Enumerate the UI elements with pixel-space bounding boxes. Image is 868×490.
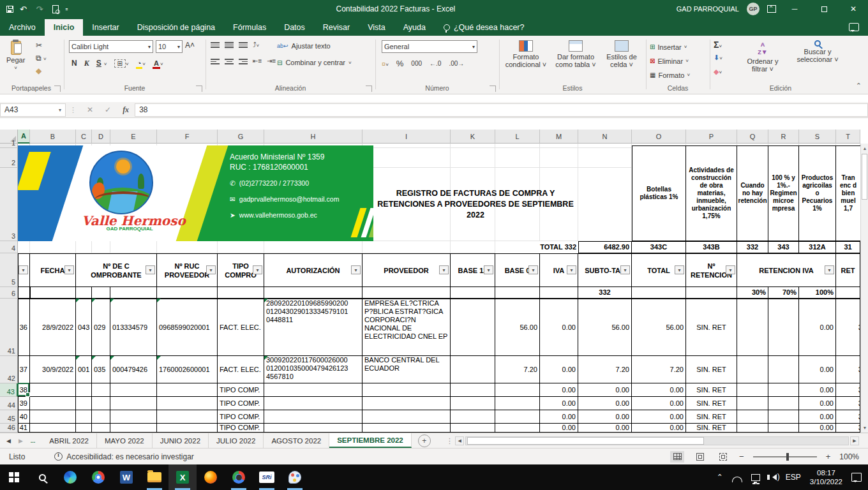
align-left-icon[interactable] (211, 57, 220, 66)
zoom-knob[interactable] (786, 453, 789, 461)
cell-K41[interactable] (451, 299, 495, 356)
sheet-tab-mayo-2022[interactable]: MAYO 2022 (97, 433, 153, 448)
cell-O45[interactable]: 0.00 (632, 410, 686, 424)
cell-F46[interactable] (157, 424, 218, 433)
cell-K42[interactable] (451, 356, 495, 383)
cell-D42[interactable]: 035 (92, 356, 110, 383)
cell-I44[interactable] (363, 397, 451, 410)
subheader-K[interactable] (451, 287, 495, 299)
cell-R46[interactable] (768, 424, 799, 433)
cut-icon[interactable]: ✂ (36, 41, 42, 50)
cell-N44[interactable]: 0.00 (578, 397, 632, 410)
cell-A44[interactable]: 39 (18, 397, 30, 410)
align-top-icon[interactable] (211, 41, 220, 49)
clock[interactable]: 08:173/10/2022 (810, 468, 842, 486)
column-header-D[interactable]: D (92, 130, 110, 144)
cell-R45[interactable] (768, 410, 799, 424)
taskbar-sri[interactable]: SRi (253, 464, 281, 490)
accessibility-status[interactable]: Accesibilidad: es necesario investigar (54, 452, 193, 461)
taskbar-paint[interactable] (281, 464, 309, 490)
code-cell-S[interactable]: 312A (799, 241, 836, 253)
taskbar-firefox[interactable] (197, 464, 225, 490)
cell-L43[interactable] (495, 383, 540, 397)
save-icon[interactable] (6, 6, 13, 13)
cell-E43[interactable] (110, 383, 157, 397)
taskbar-edge[interactable] (56, 464, 84, 490)
borders-icon[interactable]: ⊞ (114, 59, 126, 68)
sheet-tab-abril-2022[interactable]: ABRIL 2022 (41, 433, 97, 448)
filter-dropdown-icon-Q[interactable]: ▾ (825, 265, 834, 274)
cell-Q45[interactable] (737, 410, 768, 424)
column-header-P[interactable]: P (686, 130, 737, 144)
cell-D45[interactable] (92, 410, 110, 424)
menu-tab-inicio[interactable]: Inicio (45, 19, 84, 36)
column-header-L[interactable]: L (495, 130, 540, 144)
cell-A45[interactable]: 40 (18, 410, 30, 424)
row-header-43[interactable]: 43 (0, 383, 18, 397)
avatar[interactable]: GP (747, 3, 760, 15)
row-header-45[interactable]: 45 (0, 410, 18, 424)
filter-header-H[interactable]: AUTORIZACIÓN (264, 253, 363, 287)
subheader-H[interactable] (264, 287, 363, 299)
page-layout-view-icon[interactable] (693, 451, 707, 463)
column-header-F[interactable]: F (157, 130, 218, 144)
subheader-B[interactable] (30, 287, 76, 299)
taskbar-chrome-2[interactable] (225, 464, 253, 490)
decrease-decimal-icon[interactable]: .00→ (449, 60, 464, 67)
filter-header-T[interactable]: RET (836, 253, 860, 287)
cell-R44[interactable] (768, 397, 799, 410)
insert-function-icon[interactable]: fx (117, 105, 135, 115)
sheet-tab-julio-2022[interactable]: JULIO 2022 (209, 433, 264, 448)
font-name-combo[interactable]: Calibri Light▾ (69, 40, 153, 53)
cell-K45[interactable] (451, 410, 495, 424)
subheader-I[interactable] (363, 287, 451, 299)
name-box[interactable]: A43▾ (0, 103, 66, 117)
cell-N42[interactable]: 7.20 (578, 356, 632, 383)
row-header-1[interactable]: 1 (0, 144, 18, 148)
taskbar-chrome[interactable] (84, 464, 112, 490)
taskbar-search[interactable] (28, 464, 56, 490)
column-header-E[interactable]: E (110, 130, 157, 144)
row-header-44[interactable]: 44 (0, 397, 18, 410)
format-cells-button[interactable]: ▦Formato˅ (650, 69, 690, 81)
onedrive-icon[interactable] (732, 477, 742, 482)
filter-header-Q[interactable]: RETENCION IVA (737, 253, 836, 287)
clear-button[interactable]: ◆˅ (714, 68, 722, 76)
normal-view-icon[interactable] (670, 451, 684, 463)
row-header-3[interactable]: 3 (0, 168, 18, 241)
cell-O42[interactable]: 7.20 (632, 356, 686, 383)
wrap-text-button[interactable]: ab↩ Ajustar texto (277, 42, 331, 50)
filter-dropdown-icon-N[interactable]: ▾ (620, 265, 630, 274)
customize-qat-icon[interactable]: ⹀ (65, 4, 68, 14)
fuente-dialog-launcher[interactable] (196, 85, 202, 92)
subheader-R[interactable]: 70% (768, 287, 799, 299)
subheader-C[interactable] (76, 287, 92, 299)
cell-H46[interactable] (264, 424, 363, 433)
cell-I2[interactable] (363, 148, 451, 168)
close-button[interactable]: ✕ (842, 0, 864, 18)
cell-I45[interactable] (363, 410, 451, 424)
menu-tab-revisar[interactable]: Revisar (314, 19, 359, 36)
cell-D46[interactable] (92, 424, 110, 433)
cell-M45[interactable]: 0.00 (540, 410, 578, 424)
cell-C45[interactable] (76, 410, 92, 424)
bold-button[interactable]: N (69, 58, 80, 68)
cell-L45[interactable] (495, 410, 540, 424)
cell-G41[interactable]: FACT. ELEC. (218, 299, 264, 356)
merge-center-button[interactable]: ⊟ Combinar y centrar ˅ (277, 59, 352, 66)
cell-H45[interactable] (264, 410, 363, 424)
zoom-level[interactable]: 100% (839, 452, 859, 461)
filter-dropdown-icon-M[interactable]: ▾ (567, 265, 576, 274)
cell-B44[interactable] (30, 397, 76, 410)
row-header-4[interactable]: 4 (0, 241, 18, 253)
cell-O44[interactable]: 0.00 (632, 397, 686, 410)
cell-I1[interactable] (363, 144, 451, 148)
subheader-E[interactable] (110, 287, 157, 299)
cell-T46[interactable]: 332 (836, 424, 860, 433)
cancel-icon[interactable]: ✕ (81, 105, 99, 114)
new-sheet-icon[interactable]: + (418, 434, 431, 447)
row-header-42[interactable]: 42 (0, 356, 18, 383)
subheader-D[interactable] (92, 287, 110, 299)
cell-B4[interactable] (30, 241, 76, 253)
column-header-N[interactable]: N (578, 130, 632, 144)
